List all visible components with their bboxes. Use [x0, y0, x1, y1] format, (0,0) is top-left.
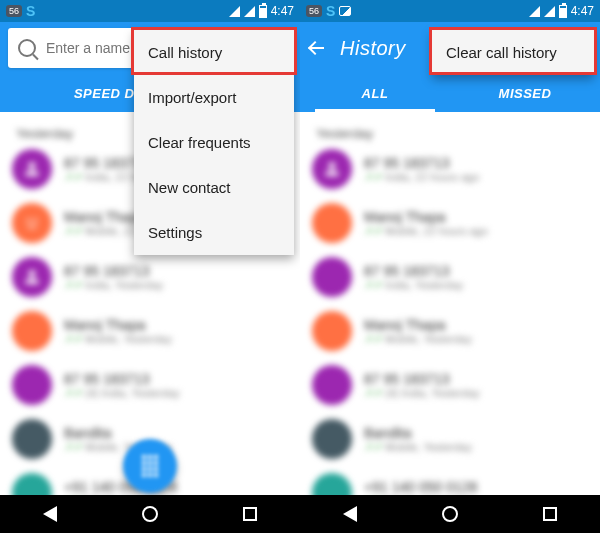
status-bar: 56 S 4:47 [0, 0, 300, 22]
menu-call-history[interactable]: Call history [134, 30, 294, 75]
call-list: Yesterday 87 95 183713India, 22 hours ag… [300, 112, 600, 495]
nav-recent-icon[interactable] [243, 507, 257, 521]
svg-point-0 [27, 219, 30, 222]
phone-left: 56 S 4:47 SPEED DIAL R Yesterday 87 95 1… [0, 0, 300, 533]
tab-all[interactable]: ALL [300, 74, 450, 112]
status-bar: 56 S 4:47 [300, 0, 600, 22]
avatar [312, 203, 352, 243]
list-item[interactable]: 87 95 183713(4) India, Yesterday [12, 365, 288, 405]
list-item[interactable]: 87 95 183713(4) India, Yesterday [312, 365, 588, 405]
skype-icon: S [26, 3, 35, 19]
avatar [12, 365, 52, 405]
list-item[interactable]: 87 95 183713India, 22 hours ago [312, 149, 588, 189]
avatar [12, 203, 52, 243]
avatar [312, 365, 352, 405]
list-item[interactable]: 87 95 183713India, Yesterday [312, 257, 588, 297]
list-item[interactable]: Manoj ThapaMobile, Yesterday [312, 311, 588, 351]
picture-icon [339, 6, 351, 16]
nav-bar [300, 495, 600, 533]
nav-back-icon[interactable] [343, 506, 357, 522]
back-arrow-icon[interactable] [308, 39, 326, 57]
tab-missed[interactable]: MISSED [450, 74, 600, 112]
clock: 4:47 [571, 4, 594, 18]
overflow-menu: Call history Import/export Clear frequen… [134, 30, 294, 255]
section-label: Yesterday [316, 126, 588, 141]
svg-point-1 [34, 219, 37, 222]
list-item[interactable]: Manoj ThapaMobile, Yesterday [12, 311, 288, 351]
avatar [312, 419, 352, 459]
avatar [312, 311, 352, 351]
skype-icon: S [326, 3, 335, 19]
nav-home-icon[interactable] [142, 506, 158, 522]
battery-icon [559, 5, 567, 18]
list-item[interactable]: Manoj ThapaMobile, 22 hours ago [312, 203, 588, 243]
nav-home-icon[interactable] [442, 506, 458, 522]
nav-back-icon[interactable] [43, 506, 57, 522]
nav-bar [0, 495, 300, 533]
menu-new-contact[interactable]: New contact [134, 165, 294, 210]
notification-badge: 56 [6, 5, 22, 17]
notification-badge: 56 [306, 5, 322, 17]
list-item[interactable]: BanditaMobile, Yesterday [312, 419, 588, 459]
menu-import-export[interactable]: Import/export [134, 75, 294, 120]
battery-icon [259, 5, 267, 18]
tabs: ALL MISSED [300, 74, 600, 112]
phone-right: 56 S 4:47 History ALL MISSED Yesterday 8… [300, 0, 600, 533]
dialpad-fab[interactable] [123, 439, 177, 493]
clock: 4:47 [271, 4, 294, 18]
page-title: History [340, 37, 406, 60]
avatar [12, 311, 52, 351]
list-item[interactable]: 87 95 183713India, Yesterday [12, 257, 288, 297]
avatar [312, 257, 352, 297]
avatar [12, 257, 52, 297]
menu-clear-frequents[interactable]: Clear frequents [134, 120, 294, 165]
signal-icon-2 [544, 6, 555, 17]
dialpad-icon [142, 455, 158, 477]
signal-icon [529, 6, 540, 17]
menu-clear-call-history[interactable]: Clear call history [432, 30, 594, 75]
avatar [12, 419, 52, 459]
avatar [312, 149, 352, 189]
avatar [12, 149, 52, 189]
signal-icon [229, 6, 240, 17]
overflow-menu: Clear call history [432, 30, 594, 75]
nav-recent-icon[interactable] [543, 507, 557, 521]
menu-settings[interactable]: Settings [134, 210, 294, 255]
signal-icon-2 [244, 6, 255, 17]
search-icon [18, 39, 36, 57]
